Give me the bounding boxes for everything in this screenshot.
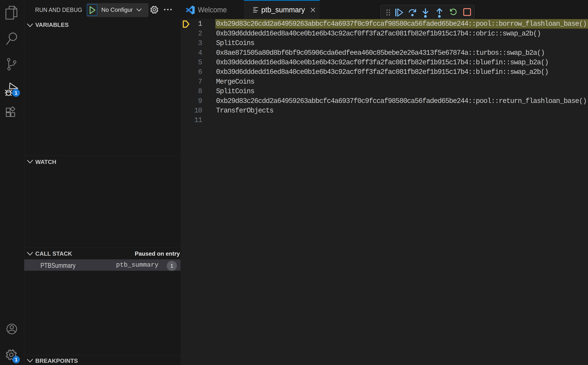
- svg-text:1: 1: [15, 357, 17, 362]
- svg-text:1: 1: [14, 90, 17, 96]
